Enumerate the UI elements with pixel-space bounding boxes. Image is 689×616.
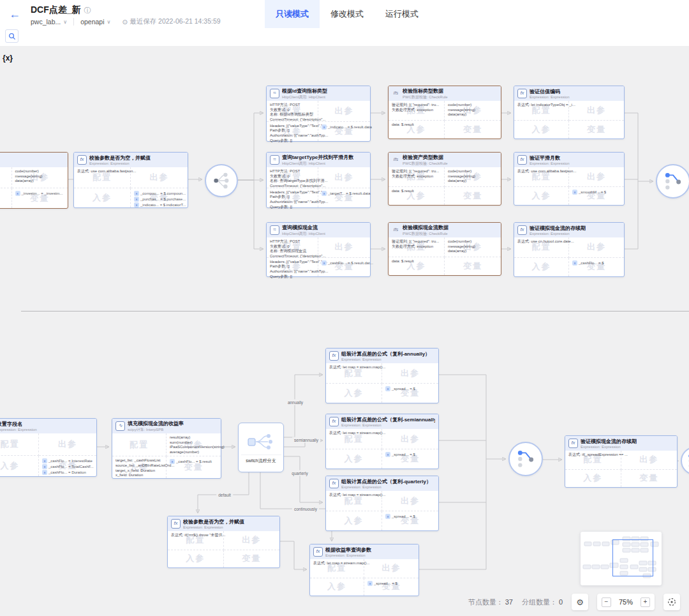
flow-node-switch-branch[interactable]: switch流程分支 — [238, 423, 284, 472]
flow-node-expr-verify-duration-top[interactable]: fx验证模拟现金流的存续期Expression: Expression配置表达式… — [514, 222, 625, 277]
merge-icon — [510, 443, 542, 475]
node-quadrant-tl: 配置验证规则: [{ "required": tru...失败处理方式: exc… — [389, 237, 445, 257]
node-body: 配置出参result(array)sum(number)iPaaSCompone… — [112, 433, 221, 478]
variable-icon: x — [134, 191, 139, 196]
node-quadrant-br: 变量x_compou... = $.compoun...x_purchas...… — [131, 188, 188, 207]
config-line: Authorization: [{"name":"authTyp... — [270, 133, 318, 139]
expr-icon: fx — [517, 89, 527, 98]
node-quadrant-bl: 入参 — [74, 188, 131, 207]
variable-icon: x — [385, 452, 390, 457]
flow-node-expr-verify-valuation-code[interactable]: fx验证估值编码Expression: Expression配置表达式: let… — [514, 86, 625, 139]
flow-canvas[interactable]: {x} — [0, 46, 689, 616]
service-value: openapi — [80, 18, 104, 26]
service-select[interactable]: openapi ∨ — [73, 18, 117, 26]
flow-node-check-params-empty-2[interactable]: fx校验参数是否为空，并赋值Expression: Expression配置表达… — [167, 516, 280, 568]
last-saved-text: 最近保存 2022-06-21 14:35:59 — [130, 17, 220, 26]
flow-divider — [21, 311, 689, 312]
config-line: HTTP方法: POST — [270, 239, 318, 244]
tab-run-mode[interactable]: 运行模式 — [374, 0, 429, 28]
node-quadrant-tr: 出参 — [569, 101, 624, 121]
variables-badge[interactable]: {x} — [3, 54, 13, 63]
config-line: Headers: [{"valueType":"Text","n... — [270, 124, 318, 129]
node-title: 校验参数是否为空，并赋值 — [183, 518, 244, 525]
tab-readonly-mode[interactable]: 只读模式 — [265, 0, 320, 28]
variable-icon: x — [572, 190, 577, 195]
node-subtitle: PWC数据校验: CheckRule — [403, 94, 448, 100]
config-line: code(number) — [448, 169, 501, 174]
flow-node-expr-query-params-by-yield[interactable]: fx根据收益率查询参数Expression: Expression配置表达式: … — [309, 544, 419, 596]
node-header: ifs校验模拟现金流数据PWC数据校验: CheckRule — [389, 223, 501, 237]
workspace-select[interactable]: pwc_lab... ∨ — [31, 18, 73, 26]
node-quadrant-tr: 出参 — [318, 237, 370, 258]
expr-icon: fx — [171, 519, 181, 529]
page-title: DCF点差_新 — [31, 4, 81, 15]
node-quadrant-bl: 入参 — [0, 188, 12, 208]
config-line: data: $.result — [392, 189, 444, 194]
quadrant-watermark: 变量 — [463, 260, 482, 272]
node-subtitle: HttpClient调用: HttpClient — [282, 231, 325, 237]
flow-node-check-invest-partial[interactable]: ifs配置出参code(number)message(string)data(a… — [0, 152, 68, 209]
variable-chip-text: _cashFlo... = $.result — [176, 460, 212, 463]
expr-icon: fx — [329, 417, 339, 426]
flow-node-expr-verify-smooth-months[interactable]: fx验证平滑月数Expression: Expression配置表达式: use… — [514, 152, 625, 206]
config-line: 名称: 根据id查询指标类型 — [270, 112, 318, 117]
flow-node-expr-formula-annually[interactable]: fx组装计算点差的公式（复利-annually）Expression: Expr… — [325, 348, 439, 403]
config-line: message(string) — [448, 244, 501, 250]
flow-node-check-indicator-type-data[interactable]: ifs校验指标类型数据PWC数据校验: CheckRule配置验证规则: [{ … — [388, 86, 501, 139]
merge-icon — [682, 448, 689, 474]
variable-icon: x — [42, 458, 47, 463]
flow-node-check-cashflow-data[interactable]: ifs校验模拟现金流数据PWC数据校验: CheckRule配置验证规则: [{… — [388, 222, 501, 276]
flow-node-check-params-empty-1[interactable]: fx校验参数是否为空，并赋值Expression: Expression配置表达… — [73, 152, 188, 208]
node-quadrant-tl: 配置HTTP方法: POST失败重试: 0名称: 根据id查询指标类型Conne… — [267, 101, 318, 122]
flow-node-http-query-indicator-type[interactable]: ≈根据id查询指标类型HttpClient调用: HttpClient配置HTT… — [266, 86, 371, 142]
flow-node-http-query-cashflow[interactable]: ≈查询模拟现金流HttpClient调用: HttpClient配置HTTP方法… — [266, 222, 371, 277]
node-quadrant-bl: 入参 — [326, 384, 382, 403]
variable-chip-text: _spread... = $ — [392, 387, 415, 391]
zoom-controls: − 75% + — [597, 594, 655, 610]
info-icon[interactable]: ⓘ — [84, 6, 91, 14]
node-title: 验证模拟现金流的存续期 — [530, 225, 586, 232]
flow-merge-node[interactable] — [656, 164, 689, 199]
node-subtitle: Expression: Expression — [183, 525, 244, 529]
flow-merge-node[interactable] — [681, 447, 689, 475]
node-body: 配置Rate =...出参入参变量x_cashFlo... = Interest… — [0, 433, 96, 476]
config-line: x_field: Duration — [115, 473, 166, 478]
settings-button[interactable]: ⚙ — [572, 594, 588, 610]
flow-node-expr-formula-quarterly[interactable]: fx组装计算点差的公式（复利-quarterly）Expression: Exp… — [325, 476, 439, 531]
node-title: 根据收益率查询参数 — [325, 546, 371, 553]
node-header: fx验证模拟现金流的存续期Expression: Expression — [514, 223, 624, 237]
config-line: 验证规则: [{ "required": tru... — [392, 103, 444, 108]
quadrant-watermark: 出参 — [587, 241, 606, 253]
zoom-out-button[interactable]: − — [602, 597, 611, 607]
minimap-viewport[interactable] — [612, 539, 653, 576]
variable-chip-text: _spread... = $ — [392, 453, 415, 456]
edge-label: semiannually — [292, 437, 320, 443]
quadrant-watermark: 入参 — [532, 124, 551, 135]
back-button[interactable]: ← — [9, 7, 20, 21]
fit-view-button[interactable] — [663, 594, 680, 610]
variable-icon: x — [385, 514, 390, 519]
minimap[interactable] — [581, 532, 662, 585]
node-quadrant-br: 变量 — [224, 550, 280, 567]
flow-node-http-query-targettype[interactable]: ≈查询targetType并找到平滑月数HttpClient调用: HttpCl… — [266, 152, 371, 208]
node-quadrant-bl: 入参Headers: [{"valueType":"Text","n...Pat… — [267, 258, 318, 276]
flow-node-check-asset-type-data[interactable]: ifs校验资产类型数据PWC数据校验: CheckRule配置验证规则: [{ … — [388, 152, 501, 206]
variable-chip-text: _spread... = $ — [374, 582, 397, 585]
flow-node-expr-verify-duration-bottom[interactable]: fx验证模拟现金流的存续期Expression: Expression配置表达式… — [565, 435, 678, 488]
flow-node-fill-cashflow-yield[interactable]: ∿填充模拟现金流的收益率scipy计算: InterpSPB配置出参result… — [112, 418, 221, 479]
config-line: HTTP方法: POST — [270, 103, 318, 108]
flow-fork-node[interactable] — [205, 164, 238, 197]
variable-chip: x_indicato... = $.result.data — [322, 124, 370, 130]
config-line: 表达式: if(_spreadExpression == ... — [568, 453, 621, 458]
node-subtitle: Expression: Expression — [325, 553, 371, 557]
node-quadrant-tl: 配置 — [0, 167, 12, 188]
zoom-in-button[interactable]: + — [641, 597, 650, 607]
tab-edit-mode[interactable]: 修改模式 — [320, 0, 374, 28]
flow-node-expr-formula-semiannually[interactable]: fx组装计算点差的公式（复利-semiannually）Expression: … — [325, 414, 439, 469]
variable-chip: x_compou... = $.compoun... — [134, 191, 188, 196]
flow-node-set-field-name-partial[interactable]: fx设置字段名Expression: Expression配置Rate =...… — [0, 418, 97, 477]
config-line: sum(number) — [170, 440, 221, 446]
quadrant-watermark: 出参 — [401, 433, 420, 445]
flow-merge-node[interactable] — [508, 442, 543, 476]
search-button[interactable] — [5, 29, 19, 43]
